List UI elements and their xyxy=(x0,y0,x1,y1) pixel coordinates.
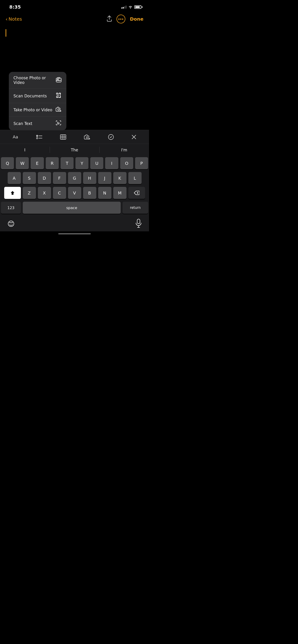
checklist-button[interactable] xyxy=(36,134,42,140)
nav-bar: ‹ Notes Done xyxy=(0,12,149,26)
svg-rect-18 xyxy=(137,219,140,224)
key-u[interactable]: U xyxy=(90,157,103,169)
svg-rect-9 xyxy=(60,135,66,139)
status-bar: 8:35 xyxy=(0,0,149,12)
popup-scan-text[interactable]: Scan Text xyxy=(9,116,66,130)
key-e[interactable]: E xyxy=(31,157,44,169)
camera-icon xyxy=(55,107,62,113)
key-o[interactable]: O xyxy=(120,157,133,169)
key-k[interactable]: K xyxy=(113,172,127,184)
key-p[interactable]: P xyxy=(135,157,148,169)
key-v[interactable]: V xyxy=(68,187,81,199)
svg-rect-2 xyxy=(58,78,60,78)
share-button[interactable] xyxy=(107,16,112,23)
emoji-button[interactable]: 😊 xyxy=(8,220,15,228)
take-photo-label: Take Photo or Video xyxy=(14,108,52,112)
key-f[interactable]: F xyxy=(53,172,66,184)
wifi-icon xyxy=(128,5,133,8)
markup-button[interactable] xyxy=(108,134,114,140)
key-b[interactable]: B xyxy=(83,187,96,199)
home-indicator-area xyxy=(0,231,149,237)
close-toolbar-button[interactable] xyxy=(132,135,136,139)
bottom-bar: 😊 xyxy=(0,215,149,231)
popup-scan-documents[interactable]: Scan Documents xyxy=(9,89,66,103)
popup-take-photo[interactable]: Take Photo or Video xyxy=(9,103,66,116)
formatting-toolbar: Aa xyxy=(0,130,149,144)
back-button[interactable]: ‹ Notes xyxy=(6,16,22,22)
photo-library-icon xyxy=(56,77,62,84)
back-label: Notes xyxy=(9,16,22,22)
keyboard-row-3: Z X C V B N M xyxy=(0,186,149,200)
popup-menu: Choose Photo or Video Scan Documents Tak… xyxy=(9,72,66,130)
key-x[interactable]: X xyxy=(38,187,51,199)
battery-icon xyxy=(134,5,143,9)
key-m[interactable]: M xyxy=(113,187,127,199)
key-t[interactable]: T xyxy=(61,157,74,169)
key-z[interactable]: Z xyxy=(23,187,36,199)
key-d[interactable]: D xyxy=(38,172,51,184)
keyboard: Q W E R T Y U I O P A S D F G H J K L Z … xyxy=(0,156,149,215)
status-icons xyxy=(121,5,143,9)
scan-document-icon xyxy=(55,92,62,99)
text-cursor xyxy=(6,29,6,37)
choose-photo-label: Choose Photo or Video xyxy=(14,76,56,85)
key-c[interactable]: C xyxy=(53,187,66,199)
backspace-key[interactable] xyxy=(128,187,145,199)
keyboard-row-1: Q W E R T Y U I O P xyxy=(0,156,149,170)
key-h[interactable]: H xyxy=(83,172,96,184)
key-n[interactable]: N xyxy=(98,187,111,199)
keyboard-row-2: A S D F G H J K L xyxy=(0,170,149,186)
more-button[interactable] xyxy=(117,14,125,24)
key-l[interactable]: L xyxy=(128,172,142,184)
svg-point-6 xyxy=(37,138,38,139)
key-q[interactable]: Q xyxy=(1,157,14,169)
key-i[interactable]: I xyxy=(105,157,118,169)
shift-key[interactable] xyxy=(4,187,21,199)
popup-choose-photo[interactable]: Choose Photo or Video xyxy=(9,72,66,89)
key-a[interactable]: A xyxy=(8,172,21,184)
home-indicator xyxy=(58,233,91,234)
svg-point-15 xyxy=(108,134,114,140)
autocomplete-item-2[interactable]: The xyxy=(50,145,99,155)
format-text-button[interactable]: Aa xyxy=(13,134,18,139)
status-time: 8:35 xyxy=(9,4,21,10)
scan-documents-label: Scan Documents xyxy=(14,94,47,98)
autocomplete-bar: I The I'm xyxy=(0,144,149,156)
scan-text-label: Scan Text xyxy=(14,121,32,126)
number-key[interactable]: 123 xyxy=(1,202,21,214)
key-w[interactable]: W xyxy=(16,157,29,169)
space-key[interactable]: space xyxy=(23,202,121,214)
mic-button[interactable] xyxy=(136,219,142,228)
autocomplete-item-1[interactable]: I xyxy=(0,145,50,155)
table-button[interactable] xyxy=(60,134,66,140)
signal-icon xyxy=(121,5,127,8)
keyboard-row-4: 123 space return xyxy=(0,200,149,215)
key-g[interactable]: G xyxy=(68,172,81,184)
key-s[interactable]: S xyxy=(23,172,36,184)
autocomplete-item-3[interactable]: I'm xyxy=(99,145,149,155)
key-r[interactable]: R xyxy=(46,157,59,169)
camera-toolbar-button[interactable] xyxy=(84,134,90,140)
svg-point-14 xyxy=(86,136,88,138)
nav-right-actions: Done xyxy=(107,14,143,24)
key-y[interactable]: Y xyxy=(75,157,88,169)
scan-text-icon xyxy=(55,120,62,126)
done-button[interactable]: Done xyxy=(130,16,143,22)
key-j[interactable]: J xyxy=(98,172,111,184)
return-key[interactable]: return xyxy=(123,202,148,214)
svg-point-4 xyxy=(58,109,59,110)
chevron-left-icon: ‹ xyxy=(6,16,8,22)
